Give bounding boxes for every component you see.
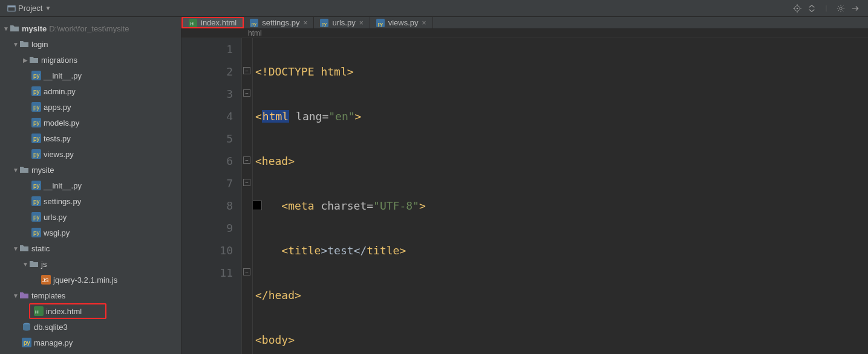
svg-point-4 [840, 7, 842, 9]
svg-text:py: py [33, 182, 40, 189]
python-file-icon: py [320, 19, 328, 27]
folder-icon [19, 243, 29, 253]
tree-root[interactable]: ▼ mysite D:\work\for_test\mysite [0, 21, 181, 36]
svg-text:py: py [33, 151, 40, 158]
svg-text:py: py [33, 230, 40, 236]
python-file-icon: py [250, 19, 258, 27]
svg-text:py: py [33, 135, 40, 142]
svg-text:py: py [252, 21, 256, 26]
tree-file-settings[interactable]: pysettings.py [0, 193, 181, 209]
project-icon [7, 4, 16, 13]
project-toolbar: Project ▼ [0, 0, 868, 17]
python-file-icon: py [31, 71, 41, 80]
gear-icon[interactable] [837, 4, 845, 13]
tab-views-py[interactable]: py views.py × [370, 17, 433, 28]
divider [822, 4, 830, 13]
locate-icon[interactable] [793, 4, 801, 13]
svg-text:py: py [33, 72, 40, 79]
tree-folder-js[interactable]: ▼js [0, 256, 181, 272]
folder-icon [29, 259, 39, 269]
tab-settings-py[interactable]: py settings.py × [244, 17, 314, 28]
close-icon[interactable]: × [359, 19, 364, 27]
tree-file-models[interactable]: pymodels.py [0, 115, 181, 130]
tree-file-db[interactable]: db.sqlite3 [0, 319, 181, 335]
svg-text:py: py [33, 88, 40, 95]
tree-file-views[interactable]: pyviews.py [0, 146, 181, 162]
svg-text:py: py [24, 340, 30, 346]
main-split: ▼ mysite D:\work\for_test\mysite ▼ login… [0, 17, 868, 354]
breadcrumb[interactable]: html [181, 29, 868, 38]
svg-text:py: py [33, 214, 40, 220]
editor-area: H index.html py settings.py × py urls.py… [181, 17, 868, 354]
fold-column: − − − − − [242, 38, 253, 354]
tree-file-admin[interactable]: pyadmin.py [0, 83, 181, 99]
tree-root-label: mysite [22, 24, 47, 33]
html-file-icon: H [189, 19, 197, 27]
toolbar-icons [793, 4, 864, 13]
tree-file-jquery[interactable]: JSjquery-3.2.1.min.js [0, 272, 181, 288]
fold-marker[interactable]: − [243, 179, 250, 186]
tree-folder-login[interactable]: ▼ login [0, 36, 181, 52]
code-editor[interactable]: 1 2 3 4 5 6 7 8 9 10 11 − [181, 38, 868, 354]
tree-file-index-html[interactable]: Hindex.html [29, 303, 106, 319]
tab-label: settings.py [262, 18, 299, 27]
tree-folder-migrations[interactable]: ▶ migrations [0, 52, 181, 68]
fold-marker[interactable]: − [243, 89, 250, 97]
python-file-icon: py [31, 118, 41, 127]
svg-point-3 [797, 7, 798, 9]
python-file-icon: py [31, 196, 41, 206]
close-icon[interactable]: × [422, 19, 426, 27]
python-file-icon: py [31, 134, 41, 143]
editor-tab-bar: H index.html py settings.py × py urls.py… [181, 17, 868, 29]
folder-icon [19, 39, 29, 49]
svg-text:py: py [33, 198, 40, 205]
svg-text:H: H [35, 309, 39, 315]
fold-marker[interactable]: − [243, 268, 250, 275]
tree-folder-mysite[interactable]: ▼mysite [0, 162, 181, 178]
python-file-icon: py [22, 338, 31, 347]
folder-icon [29, 55, 39, 65]
tree-folder-templates[interactable]: ▼templates [0, 288, 181, 303]
fold-marker[interactable]: − [243, 67, 250, 74]
folder-icon [10, 24, 19, 33]
breadcrumb-item: html [248, 29, 262, 37]
tree-file-init2[interactable]: py__init__.py [0, 178, 181, 193]
tree-file-tests[interactable]: pytests.py [0, 130, 181, 146]
python-file-icon: py [31, 86, 41, 96]
python-file-icon: py [376, 19, 385, 27]
svg-text:py: py [322, 21, 327, 26]
tab-index-html[interactable]: H index.html [181, 17, 244, 28]
python-file-icon: py [31, 102, 41, 112]
svg-text:H: H [191, 21, 194, 25]
project-tree-panel[interactable]: ▼ mysite D:\work\for_test\mysite ▼ login… [0, 17, 181, 354]
project-dropdown[interactable]: Project ▼ [4, 2, 54, 14]
tree-file-manage[interactable]: pymanage.py [0, 335, 181, 350]
tab-label: views.py [388, 18, 419, 27]
js-file-icon: JS [41, 275, 51, 285]
tab-urls-py[interactable]: py urls.py × [314, 17, 370, 28]
tree-file-apps[interactable]: pyapps.py [0, 99, 181, 115]
hide-icon[interactable] [851, 4, 860, 13]
tree-file-urls[interactable]: pyurls.py [0, 209, 181, 225]
collapse-icon[interactable] [808, 4, 816, 13]
fold-marker[interactable]: − [243, 156, 250, 164]
database-file-icon [22, 322, 31, 332]
project-label: Project [18, 4, 42, 13]
tree-folder-static[interactable]: ▼static [0, 240, 181, 256]
svg-text:py: py [33, 104, 40, 111]
tree-file-init[interactable]: py__init__.py [0, 68, 181, 83]
tree-file-wsgi[interactable]: pywsgi.py [0, 225, 181, 240]
python-file-icon: py [31, 149, 41, 159]
folder-icon [19, 165, 29, 175]
close-icon[interactable]: × [303, 19, 307, 27]
line-number-gutter: 1 2 3 4 5 6 7 8 9 10 11 [181, 38, 242, 354]
folder-icon [19, 291, 29, 300]
tree-root-path: D:\work\for_test\mysite [49, 24, 129, 33]
tab-label: index.html [201, 18, 237, 27]
python-file-icon: py [31, 181, 41, 190]
code-content[interactable]: <!DOCTYPE html> <html lang="en"> <head> … [253, 38, 868, 354]
python-file-icon: py [31, 212, 41, 222]
python-file-icon: py [31, 228, 41, 237]
svg-text:py: py [33, 120, 40, 126]
svg-text:py: py [377, 21, 382, 26]
